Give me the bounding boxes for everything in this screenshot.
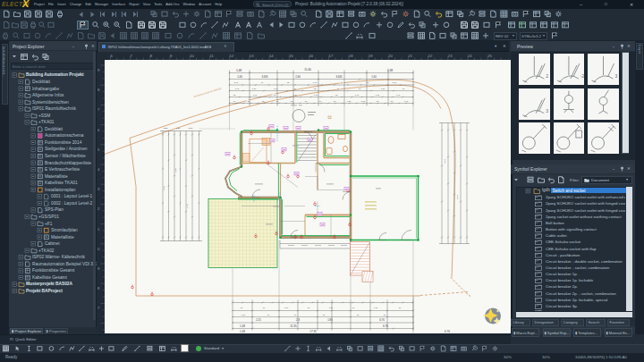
svg-text:2.93: 2.93 xyxy=(456,194,459,198)
svg-text:19: 19 xyxy=(369,54,373,58)
svg-text:2.46: 2.46 xyxy=(295,74,301,78)
svg-text:21: 21 xyxy=(408,54,412,58)
svg-text:1.48: 1.48 xyxy=(240,329,245,333)
svg-text:1.46: 1.46 xyxy=(237,74,242,78)
svg-text:2.25: 2.25 xyxy=(256,318,261,322)
svg-text:6.76: 6.76 xyxy=(445,329,450,333)
svg-text:1.86: 1.86 xyxy=(327,318,333,322)
svg-text:3.465: 3.465 xyxy=(262,74,268,78)
svg-text:2: 2 xyxy=(546,73,548,79)
svg-text:14: 14 xyxy=(269,54,274,58)
svg-text:5.92: 5.92 xyxy=(163,185,165,189)
svg-text:17: 17 xyxy=(329,54,334,58)
svg-text:1.26: 1.26 xyxy=(176,127,181,130)
svg-text:11: 11 xyxy=(209,54,214,58)
svg-text:17.35: 17.35 xyxy=(309,329,317,333)
svg-text:2.38: 2.38 xyxy=(164,127,168,130)
svg-text:22: 22 xyxy=(428,54,433,58)
svg-text:12: 12 xyxy=(230,54,234,58)
svg-text:1.40: 1.40 xyxy=(371,74,377,78)
svg-text:23: 23 xyxy=(448,54,453,58)
svg-text:6.76: 6.76 xyxy=(383,324,388,327)
svg-text:2.8: 2.8 xyxy=(296,318,300,322)
svg-text:6.76: 6.76 xyxy=(379,318,385,322)
svg-text:10: 10 xyxy=(190,54,194,58)
svg-text:16: 16 xyxy=(309,54,313,58)
svg-text:25: 25 xyxy=(487,54,492,58)
svg-text:3.01: 3.01 xyxy=(189,127,193,130)
svg-text:24: 24 xyxy=(468,54,472,58)
svg-text:2.26: 2.26 xyxy=(174,167,177,172)
svg-text:4.51: 4.51 xyxy=(444,158,446,163)
svg-text:20: 20 xyxy=(388,54,393,58)
svg-text:3: 3 xyxy=(546,108,548,114)
svg-text:1.48: 1.48 xyxy=(236,68,242,72)
svg-text:15: 15 xyxy=(289,54,293,58)
svg-text:1.48: 1.48 xyxy=(240,324,245,327)
svg-text:-2: -2 xyxy=(580,73,585,79)
svg-text:11.40: 11.40 xyxy=(304,68,311,72)
svg-text:3.465: 3.465 xyxy=(336,74,343,78)
svg-text:1.76: 1.76 xyxy=(186,203,189,207)
svg-text:3: 3 xyxy=(615,73,618,79)
svg-text:13: 13 xyxy=(250,54,254,58)
svg-text:18: 18 xyxy=(349,54,353,58)
svg-text:11.35: 11.35 xyxy=(290,324,297,327)
